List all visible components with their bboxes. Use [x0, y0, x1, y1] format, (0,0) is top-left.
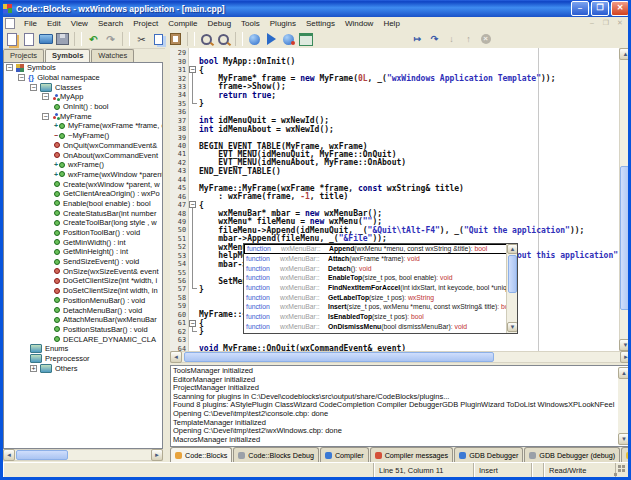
- tree-item[interactable]: Create(wxWindow *parent, w: [4, 179, 162, 189]
- code-text[interactable]: END_EVENT_TABLE(): [199, 167, 281, 176]
- tree-item[interactable]: −Symbols: [4, 63, 162, 73]
- menu-item-edit[interactable]: Edit: [42, 18, 66, 29]
- autocomplete-item[interactable]: functionwxMenuBar::Attach (wxFrame *fram…: [244, 254, 517, 264]
- collapse-icon[interactable]: −: [42, 113, 49, 120]
- tree-item[interactable]: +wxFrame(wxWindow *parent: [4, 170, 162, 180]
- find-icon[interactable]: [199, 32, 214, 46]
- menu-item-window[interactable]: Window: [340, 18, 378, 29]
- collapse-icon[interactable]: −: [42, 93, 49, 100]
- editor-vertical-scrollbar[interactable]: ▲ ▼: [619, 48, 631, 351]
- code-text[interactable]: }: [199, 285, 204, 294]
- tree-item[interactable]: −Classes: [4, 82, 162, 92]
- code-text[interactable]: bool MyApp::OnInit(): [199, 57, 295, 66]
- menu-item-compile[interactable]: Compile: [163, 18, 202, 29]
- autocomplete-item[interactable]: functionwxMenuBar::Detach () : void: [244, 263, 517, 273]
- menu-item-file[interactable]: File: [19, 18, 42, 29]
- scroll-up-icon[interactable]: ▲: [618, 367, 630, 379]
- autocomplete-item[interactable]: functionwxMenuBar::GetLabelTop (size_t p…: [244, 292, 517, 302]
- minimize-button[interactable]: –: [571, 1, 589, 16]
- save-file-icon[interactable]: [55, 32, 70, 46]
- resize-grip[interactable]: [616, 463, 628, 477]
- open-file-icon[interactable]: [38, 32, 53, 46]
- mdi-restore-icon[interactable]: ❐: [600, 19, 612, 28]
- copy-icon[interactable]: [151, 32, 166, 46]
- tree-item[interactable]: PositionMenuBar() : void: [4, 296, 162, 306]
- tree-item[interactable]: OnAbout(wxCommandEvent: [4, 150, 162, 160]
- code-text[interactable]: int idMenuAbout = wxNewId();: [199, 125, 334, 134]
- code-text[interactable]: void MyFrame::OnQuit(wxCommandEvent& eve…: [199, 344, 406, 351]
- tree-item[interactable]: +Others: [4, 363, 162, 373]
- autocomplete-item[interactable]: functionwxMenuBar::OnDismissMenu (bool d…: [244, 322, 517, 332]
- search-in-files-icon[interactable]: [216, 32, 231, 46]
- log-tab-todo[interactable]: To-Do List: [621, 447, 631, 462]
- scroll-left-icon[interactable]: ◄: [3, 449, 15, 461]
- build-icon[interactable]: [247, 32, 262, 46]
- tree-item[interactable]: −MyFrame: [4, 111, 162, 121]
- menu-item-plugins[interactable]: Plugins: [265, 18, 301, 29]
- run-icon[interactable]: [264, 32, 279, 46]
- tree-item[interactable]: OnInit() : bool: [4, 102, 162, 112]
- log-tab-codeblocks[interactable]: Code::Blocks: [170, 447, 232, 462]
- tree-item[interactable]: Enums: [4, 344, 162, 354]
- fold-collapse-icon[interactable]: −: [189, 66, 196, 73]
- tree-item[interactable]: GetClientAreaOrigin() : wxPo: [4, 189, 162, 199]
- tree-horizontal-scrollbar[interactable]: ◄ ►: [3, 449, 163, 461]
- code-text[interactable]: return true;: [199, 91, 276, 100]
- tree-item[interactable]: AttachMenuBar(wxMenuBar: [4, 315, 162, 325]
- log-tab-gdb[interactable]: GDB Debugger: [454, 447, 523, 462]
- scroll-thumb[interactable]: [508, 255, 517, 293]
- tab-projects[interactable]: Projects: [3, 49, 44, 62]
- new-file-icon[interactable]: [21, 32, 36, 46]
- tree-item[interactable]: −~MyFrame(): [4, 131, 162, 141]
- code-text[interactable]: : wxFrame(frame, -1, title): [199, 192, 348, 201]
- log-vertical-scrollbar[interactable]: ▲ ▼: [618, 367, 630, 445]
- scroll-down-icon[interactable]: ▼: [619, 339, 631, 351]
- expand-icon[interactable]: +: [30, 365, 37, 372]
- tree-item[interactable]: OnSize(wxSizeEvent& event: [4, 266, 162, 276]
- log-tab-codeblocks-debug[interactable]: Code::Blocks Debug: [233, 447, 319, 462]
- tree-item[interactable]: Enable(bool enable) : bool: [4, 199, 162, 209]
- fold-collapse-icon[interactable]: −: [189, 320, 196, 327]
- menu-item-search[interactable]: Search: [93, 18, 128, 29]
- collapse-icon[interactable]: −: [18, 74, 25, 81]
- autocomplete-item[interactable]: functionwxMenuBar::IsEnabledTop (size_t …: [244, 312, 517, 322]
- code-text[interactable]: }: [199, 99, 204, 108]
- tree-item[interactable]: DoSetClientSize(int width, in: [4, 286, 162, 296]
- scroll-down-icon[interactable]: ▼: [618, 433, 630, 445]
- autocomplete-item[interactable]: functionwxMenuBar::FindNextItemForAccel …: [244, 283, 517, 293]
- tree-item[interactable]: −{}Global namespace: [4, 73, 162, 83]
- log-tab-gdb-debug[interactable]: GDB Debugger (debug): [524, 447, 620, 462]
- scroll-thumb[interactable]: [184, 352, 494, 362]
- run-target-icon[interactable]: [298, 32, 313, 46]
- menu-item-project[interactable]: Project: [128, 18, 163, 29]
- scroll-thumb[interactable]: [620, 166, 631, 310]
- scroll-right-icon[interactable]: ►: [151, 449, 163, 461]
- tree-item[interactable]: CreateToolBar(long style , w: [4, 218, 162, 228]
- tree-item[interactable]: −MyApp: [4, 92, 162, 102]
- title-bar[interactable]: Code::Blocks - wxWindows application - […: [0, 0, 631, 17]
- tab-symbols[interactable]: Symbols: [45, 49, 90, 62]
- tree-item[interactable]: +MyFrame(wxFrame *frame, c: [4, 121, 162, 131]
- scroll-thumb[interactable]: [16, 450, 68, 460]
- close-button[interactable]: ✕: [611, 1, 629, 16]
- mdi-document-icon[interactable]: [5, 18, 15, 29]
- mdi-close-icon[interactable]: ✕: [614, 19, 626, 28]
- tree-item[interactable]: SendSizeEvent() : void: [4, 257, 162, 267]
- autocomplete-item[interactable]: functionwxMenuBar::Insert (size_t pos, w…: [244, 302, 517, 312]
- autocomplete-item[interactable]: functionwxMenuBar::Append (wxMenu *menu,…: [244, 244, 517, 254]
- menu-item-debug[interactable]: Debug: [203, 18, 237, 29]
- new-from-template-icon[interactable]: [4, 32, 19, 46]
- tree-item[interactable]: Preprocessor: [4, 354, 162, 364]
- scroll-right-icon[interactable]: ►: [620, 351, 631, 363]
- tree-item[interactable]: DECLARE_DYNAMIC_CLA: [4, 334, 162, 344]
- popup-vertical-scrollbar[interactable]: ▲ ▼: [506, 244, 517, 333]
- tree-item[interactable]: DoGetClientSize(int *width, i: [4, 276, 162, 286]
- collapse-icon[interactable]: −: [6, 64, 13, 71]
- maximize-button[interactable]: ❐: [591, 1, 609, 16]
- autocomplete-popup[interactable]: functionwxMenuBar::Append (wxMenu *menu,…: [243, 243, 518, 334]
- tree-item[interactable]: PositionStatusBar() : void: [4, 325, 162, 335]
- redo-icon[interactable]: ↷: [103, 32, 118, 46]
- menu-item-help[interactable]: Help: [378, 18, 404, 29]
- tab-watches[interactable]: Watches: [91, 49, 134, 62]
- debug-run-to-cursor-icon[interactable]: ↦: [410, 32, 425, 46]
